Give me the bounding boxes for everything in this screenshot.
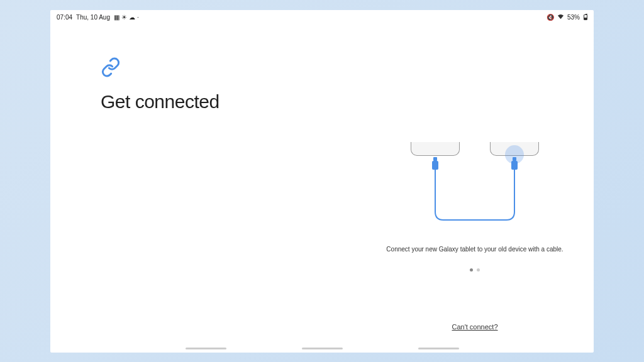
tablet-screen: 07:04 Thu, 10 Aug ▦ ☀ ☁ · 🔇 53%	[50, 10, 594, 353]
status-notif-icons: ▦ ☀ ☁ ·	[114, 14, 139, 21]
status-right: 🔇 53%	[547, 14, 587, 21]
pagination-dots[interactable]	[470, 268, 480, 272]
sun-icon: ☀	[121, 14, 127, 21]
status-bar: 07:04 Thu, 10 Aug ▦ ☀ ☁ · 🔇 53%	[50, 10, 594, 23]
nav-recent[interactable]	[186, 348, 226, 349]
cable-illustration	[393, 142, 557, 230]
battery-pct: 53%	[567, 14, 580, 21]
nav-back[interactable]	[418, 348, 459, 349]
status-time: 07:04	[57, 14, 72, 21]
cant-connect-container: Can't connect?	[358, 321, 591, 332]
page-title: Get connected	[101, 91, 352, 112]
nav-home[interactable]	[302, 348, 343, 349]
mute-icon: 🔇	[547, 14, 554, 21]
wifi-icon	[557, 14, 564, 21]
instruction-text: Connect your new Galaxy tablet to your o…	[386, 246, 563, 253]
cant-connect-link[interactable]: Can't connect?	[452, 323, 497, 331]
navigation-bar	[50, 348, 594, 353]
cloud-icon: ☁	[129, 14, 135, 21]
image-icon: ▦	[114, 14, 119, 21]
pagination-dot-2[interactable]	[477, 268, 480, 272]
cable-path	[393, 165, 557, 228]
device-left	[411, 142, 460, 156]
status-date: Thu, 10 Aug	[76, 14, 110, 21]
right-panel: Connect your new Galaxy tablet to your o…	[358, 142, 591, 272]
link-icon	[101, 57, 352, 80]
status-left: 07:04 Thu, 10 Aug ▦ ☀ ☁ ·	[57, 14, 139, 21]
battery-icon	[584, 14, 587, 20]
left-panel: Get connected	[101, 57, 352, 112]
more-icon: ·	[137, 14, 139, 21]
content-area: Get connected Connect your new Galaxy ta…	[50, 23, 594, 348]
pagination-dot-1[interactable]	[470, 268, 473, 272]
